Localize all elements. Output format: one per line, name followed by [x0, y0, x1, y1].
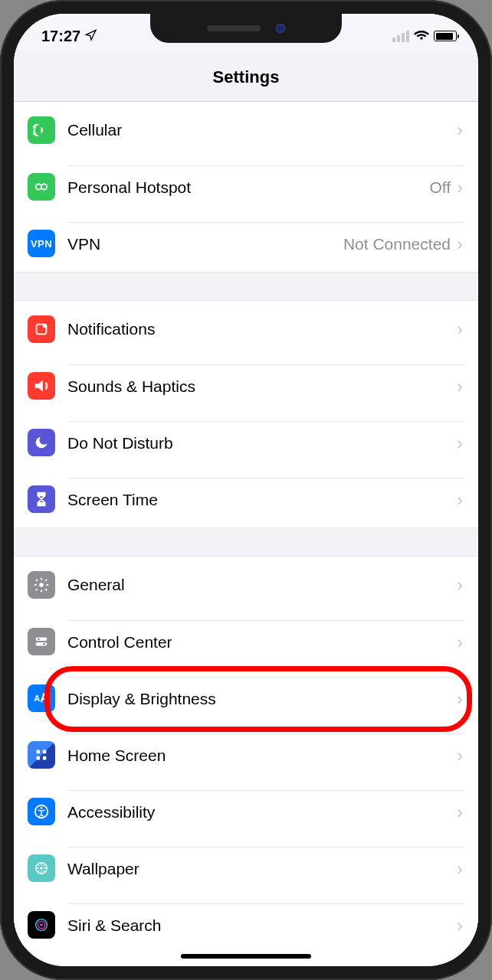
svg-rect-12: [43, 756, 47, 760]
homescreen-icon: [28, 741, 55, 769]
row-general[interactable]: General ›: [14, 557, 478, 613]
row-label: Sounds & Haptics: [67, 377, 457, 396]
section-notifications: Notifications › Sounds & Haptics ›: [14, 300, 478, 528]
svg-point-14: [41, 807, 43, 809]
notch: [150, 14, 342, 43]
chevron-right-icon: ›: [457, 489, 463, 511]
general-icon: [28, 571, 55, 599]
row-label: General: [67, 576, 457, 594]
svg-rect-9: [37, 750, 41, 754]
svg-point-19: [40, 923, 43, 926]
row-cellular[interactable]: Cellular ›: [14, 102, 478, 158]
device-frame: 17:27 Settings: [0, 0, 492, 980]
svg-rect-6: [36, 642, 48, 646]
settings-list[interactable]: Cellular › Personal Hotspot Off ›: [14, 102, 478, 947]
svg-point-3: [43, 324, 48, 328]
chevron-right-icon: ›: [457, 632, 463, 653]
row-sounds[interactable]: Sounds & Haptics ›: [14, 358, 478, 414]
row-label: Display & Brightness: [67, 690, 457, 708]
row-label: Do Not Disturb: [67, 434, 457, 452]
row-accessibility[interactable]: Accessibility ›: [14, 783, 478, 840]
display-icon: AA: [28, 684, 55, 712]
row-label: Screen Time: [67, 491, 457, 509]
svg-rect-10: [43, 750, 47, 754]
cellular-icon: [28, 116, 55, 144]
home-indicator[interactable]: [181, 954, 311, 959]
row-label: Wallpaper: [67, 860, 457, 878]
controlcenter-icon: [28, 628, 55, 655]
row-notifications[interactable]: Notifications ›: [14, 301, 478, 358]
sounds-icon: [28, 372, 55, 400]
row-dnd[interactable]: Do Not Disturb ›: [14, 414, 478, 471]
chevron-right-icon: ›: [457, 177, 463, 198]
row-screentime[interactable]: Screen Time ›: [14, 471, 478, 528]
chevron-right-icon: ›: [457, 433, 463, 454]
svg-point-8: [43, 643, 45, 645]
svg-point-0: [36, 184, 41, 189]
svg-point-1: [41, 184, 47, 189]
accessibility-icon: [28, 798, 55, 825]
chevron-right-icon: ›: [457, 234, 463, 255]
row-wallpaper[interactable]: Wallpaper ›: [14, 840, 478, 897]
chevron-right-icon: ›: [457, 688, 463, 710]
row-value: Not Connected: [343, 235, 451, 253]
cellular-signal-icon: [392, 31, 409, 42]
row-controlcenter[interactable]: Control Center ›: [14, 613, 478, 670]
row-siri[interactable]: Siri & Search ›: [14, 897, 478, 947]
section-general: General › Control Center › AA: [14, 556, 478, 947]
row-label: VPN: [67, 235, 343, 253]
siri-icon: [28, 911, 55, 939]
row-value: Off: [429, 178, 451, 197]
page-title: Settings: [14, 67, 478, 87]
chevron-right-icon: ›: [457, 119, 463, 141]
svg-point-16: [40, 867, 43, 870]
location-icon: [85, 28, 97, 45]
row-label: Siri & Search: [67, 916, 457, 935]
wifi-icon: [414, 27, 429, 45]
chevron-right-icon: ›: [457, 318, 463, 340]
svg-rect-11: [37, 756, 41, 760]
chevron-right-icon: ›: [457, 915, 463, 936]
svg-point-7: [38, 638, 40, 640]
status-time: 17:27: [41, 28, 80, 45]
row-vpn[interactable]: VPN VPN Not Connected ›: [14, 215, 478, 272]
nav-header: Settings: [14, 51, 478, 102]
row-homescreen[interactable]: Home Screen ›: [14, 727, 478, 783]
row-label: Control Center: [67, 633, 457, 652]
hotspot-icon: [28, 173, 55, 201]
row-display[interactable]: AA Display & Brightness ›: [14, 670, 478, 727]
row-hotspot[interactable]: Personal Hotspot Off ›: [14, 158, 478, 215]
row-label: Notifications: [67, 320, 457, 338]
svg-rect-5: [36, 638, 48, 642]
dnd-icon: [28, 429, 55, 456]
row-label: Cellular: [67, 121, 451, 139]
chevron-right-icon: ›: [457, 376, 463, 397]
svg-point-4: [39, 583, 44, 587]
battery-icon: [434, 31, 457, 41]
screentime-icon: [28, 485, 55, 513]
vpn-icon: VPN: [28, 230, 55, 257]
chevron-right-icon: ›: [457, 574, 463, 596]
wallpaper-icon: [28, 854, 55, 882]
chevron-right-icon: ›: [457, 802, 463, 823]
notifications-icon: [28, 315, 55, 343]
row-label: Personal Hotspot: [67, 178, 429, 197]
screen: 17:27 Settings: [14, 14, 478, 966]
row-label: Accessibility: [67, 803, 457, 822]
chevron-right-icon: ›: [457, 745, 463, 766]
section-connectivity: Cellular › Personal Hotspot Off ›: [14, 102, 478, 273]
chevron-right-icon: ›: [457, 858, 463, 880]
row-label: Home Screen: [67, 746, 457, 765]
